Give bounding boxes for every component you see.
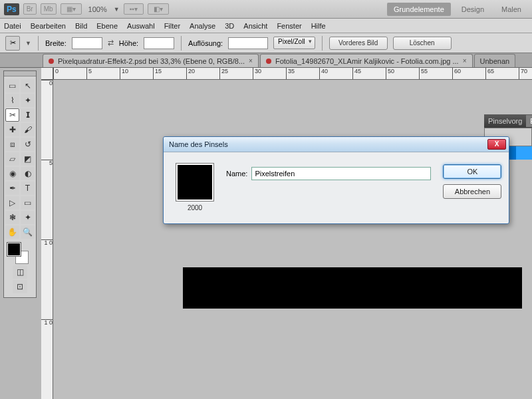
zoom-chevron-icon[interactable]: ▼ (114, 6, 120, 13)
document-tab[interactable]: Pixelquadratur-Effekt-2.psd bei 33,3% (E… (43, 54, 259, 67)
document-tab-title: Fotolia_14982670_XLAmir Kaljikovic - Fot… (275, 57, 459, 65)
close-tab-icon[interactable]: × (249, 57, 253, 65)
application-topbar: Ps Br Mb ▦▾ 100% ▼ ▪▪▾ ◧▾ Grundelemente … (0, 0, 532, 19)
toolbox: ▭↖ ⌇✦ ✂𝗜 ✚🖌 ⧇↺ ▱◩ ◉◐ ✒T ▷▭ ❃✦ ✋🔍 ◫ ⊡ (3, 70, 37, 298)
hand-tool-icon[interactable]: ✋ (5, 225, 19, 239)
ok-button[interactable]: OK (443, 164, 501, 179)
width-label: Breite: (45, 39, 66, 47)
menu-filter[interactable]: Filter (164, 22, 180, 30)
name-label: Name: (226, 170, 247, 178)
panels-dock: Pinselvorg Eb (484, 114, 532, 133)
foreground-color-swatch[interactable] (7, 243, 21, 256)
view-icon-2[interactable]: ◧▾ (148, 3, 169, 15)
menu-auswahl[interactable]: Auswahl (127, 22, 155, 30)
dialog-title: Name des Pinsels (169, 140, 228, 148)
chevron-down-icon[interactable]: ▼ (25, 40, 31, 47)
eyedropper-tool-icon[interactable]: 𝗜 (21, 108, 35, 122)
workspace-tab-design[interactable]: Design (455, 3, 491, 16)
shape-tool-icon[interactable]: ▭ (21, 196, 35, 209)
lasso-tool-icon[interactable]: ⌇ (5, 94, 19, 107)
ruler-origin[interactable] (41, 68, 53, 80)
3d-camera-icon[interactable]: ✦ (21, 211, 35, 224)
menu-ansicht[interactable]: Ansicht (243, 22, 267, 30)
move-tool-icon[interactable]: ▭ (5, 79, 19, 92)
menu-datei[interactable]: Datei (4, 22, 21, 30)
menu-3d[interactable]: 3D (225, 22, 234, 30)
menu-bild[interactable]: Bild (75, 22, 87, 30)
crop-tool-icon[interactable]: ✂ (5, 36, 20, 51)
history-brush-icon[interactable]: ↺ (21, 138, 35, 151)
clear-button[interactable]: Löschen (393, 37, 452, 50)
document-tabstrip: Pixelquadratur-Effekt-2.psd bei 33,3% (E… (0, 53, 532, 68)
zoom-value[interactable]: 100% (88, 5, 107, 13)
dodge-tool-icon[interactable]: ◐ (21, 167, 35, 180)
stamp-tool-icon[interactable]: ⧇ (5, 138, 19, 151)
menu-bearbeiten[interactable]: Bearbeiten (31, 22, 66, 30)
options-bar: ✂ ▼ Breite: ⇄ Höhe: Auflösung: Pixel/Zol… (0, 33, 532, 53)
app-logo: Ps (4, 3, 19, 15)
front-image-button[interactable]: Vorderes Bild (329, 37, 388, 50)
document-tab-title: Pixelquadratur-Effekt-2.psd bei 33,3% (E… (58, 57, 245, 65)
height-label: Höhe: (119, 39, 138, 47)
screenmode-icon[interactable]: ⊡ (13, 280, 27, 293)
pen-tool-icon[interactable]: ✒ (5, 182, 19, 195)
document-tab[interactable]: Unbenan (474, 54, 516, 67)
resolution-input[interactable] (228, 37, 268, 49)
menu-fenster[interactable]: Fenster (277, 22, 301, 30)
brush-size-caption: 2000 (176, 204, 214, 211)
close-icon[interactable]: X (487, 139, 506, 150)
canvas-artwork (183, 267, 522, 309)
document-tab[interactable]: Fotolia_14982670_XLAmir Kaljikovic - Fot… (260, 54, 473, 67)
ruler-horizontal[interactable]: 0510152025303540455055606570 (53, 68, 532, 80)
type-tool-icon[interactable]: T (21, 182, 35, 195)
heal-tool-icon[interactable]: ✚ (5, 123, 19, 136)
dialog-titlebar[interactable]: Name des Pinsels X (164, 137, 509, 152)
menu-hilfe[interactable]: Hilfe (311, 22, 326, 30)
menu-ebene[interactable]: Ebene (96, 22, 118, 30)
brush-thumbnail (176, 163, 214, 201)
gradient-tool-icon[interactable]: ◩ (21, 152, 35, 166)
quickmask-icon[interactable]: ◫ (13, 265, 27, 279)
view-icon-1[interactable]: ▪▪▾ (124, 3, 144, 15)
marquee-tool-icon[interactable]: ↖ (21, 79, 35, 92)
zoom-tool-icon[interactable]: 🔍 (21, 225, 35, 239)
canvas[interactable] (53, 80, 532, 399)
layout-icon[interactable]: ▦▾ (61, 3, 82, 15)
height-input[interactable] (144, 37, 174, 49)
menu-analyse[interactable]: Analyse (190, 22, 215, 30)
cancel-button[interactable]: Abbrechen (443, 184, 501, 199)
resolution-label: Auflösung: (188, 39, 223, 47)
crop-tool-icon[interactable]: ✂ (5, 108, 19, 122)
brush-tool-icon[interactable]: 🖌 (21, 123, 35, 136)
document-tab-title: Unbenan (480, 57, 510, 65)
3d-tool-icon[interactable]: ❃ (5, 211, 19, 224)
blur-tool-icon[interactable]: ◉ (5, 167, 19, 180)
color-swatches[interactable] (5, 241, 35, 264)
name-input[interactable] (251, 167, 431, 180)
brush-preview: 2000 (176, 163, 214, 211)
ruler-vertical[interactable]: 051 01 0 (41, 80, 53, 399)
bridge-chip[interactable]: Br (23, 3, 37, 15)
close-tab-icon[interactable]: × (463, 57, 467, 65)
dirty-indicator-icon (266, 59, 271, 64)
wand-tool-icon[interactable]: ✦ (21, 94, 35, 107)
eraser-tool-icon[interactable]: ▱ (5, 152, 19, 166)
width-input[interactable] (72, 37, 102, 49)
dirty-indicator-icon (49, 59, 54, 64)
canvas-zone: 0510152025303540455055606570 051 01 0 Pi… (41, 68, 532, 399)
minibridge-chip[interactable]: Mb (41, 3, 57, 15)
path-select-icon[interactable]: ▷ (5, 196, 19, 209)
workspace-tab-grundelemente[interactable]: Grundelemente (387, 3, 451, 16)
swap-icon[interactable]: ⇄ (108, 39, 114, 47)
panel-tab-pinsel[interactable]: Pinselvorg (484, 115, 526, 127)
unit-select[interactable]: Pixel/Zoll (273, 37, 315, 49)
workspace-tab-malen[interactable]: Malen (495, 3, 528, 16)
brush-name-dialog: Name des Pinsels X 2000 Name: OK Abbrech… (163, 136, 509, 224)
menubar: Datei Bearbeiten Bild Ebene Auswahl Filt… (0, 19, 532, 33)
workarea: ▭↖ ⌇✦ ✂𝗜 ✚🖌 ⧇↺ ▱◩ ◉◐ ✒T ▷▭ ❃✦ ✋🔍 ◫ ⊡ 051… (0, 68, 532, 399)
panel-tab-ebenen[interactable]: Eb (526, 115, 532, 127)
